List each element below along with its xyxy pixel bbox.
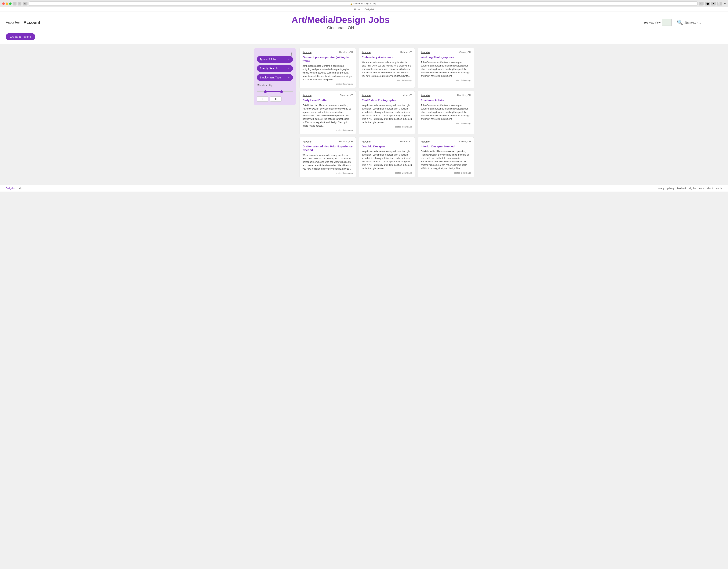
job-card: Favorite Cleves, OH Interior Designer Ne… — [418, 137, 474, 177]
footer-mobile-link[interactable]: mobile — [716, 187, 722, 190]
footer-help-link[interactable]: help — [18, 187, 22, 190]
favorite-link[interactable]: Favorite — [303, 51, 311, 54]
account-link[interactable]: Account — [24, 20, 40, 25]
sidebar-collapse-button[interactable]: ❮ — [290, 52, 293, 56]
range-max-input[interactable] — [270, 97, 282, 102]
range-thumb-right[interactable] — [280, 90, 283, 93]
chevron-down-icon-3: ▼ — [288, 76, 290, 79]
posted-date: posted 4 days ago — [362, 79, 412, 82]
job-card: Favorite Hebron, KY Graphic Designer No … — [359, 137, 415, 177]
footer-safety-link[interactable]: safety — [658, 187, 664, 190]
extensions-button[interactable]: ⬤ — [705, 2, 710, 5]
job-title[interactable]: Drafter Wanted - No Prior Experience Nee… — [303, 145, 353, 152]
main-container: ❮ Types of Jobs ▼ Specify Search ▼ Emplo… — [250, 44, 478, 181]
card-header: Favorite Union, KY — [362, 94, 412, 97]
footer-terms-link[interactable]: terms — [699, 187, 704, 190]
job-card: Favorite Florence, KY Early Level Drafte… — [300, 91, 356, 134]
fullscreen-traffic-light[interactable] — [9, 2, 12, 5]
address-bar[interactable]: 🔒 cincinnati.craigslist.org — [29, 2, 697, 6]
range-min-input[interactable] — [257, 97, 268, 102]
card-location: Hamilton, OH — [339, 51, 353, 54]
window-button[interactable]: ⊞ — [23, 2, 27, 5]
footer-craigslist-link[interactable]: Craigslist — [6, 187, 15, 190]
browser-chrome: ‹ › ⊞ 🔒 cincinnati.craigslist.org ↻ ⬤ ⬆ … — [0, 0, 728, 7]
job-card: Favorite Hamilton, OH Garment press oper… — [300, 48, 356, 88]
sidebar: ❮ Types of Jobs ▼ Specify Search ▼ Emplo… — [254, 48, 296, 105]
types-of-jobs-dropdown[interactable]: Types of Jobs ▼ — [257, 56, 293, 63]
favorite-link[interactable]: Favorite — [421, 94, 430, 97]
specify-search-dropdown[interactable]: Specify Search ▼ — [257, 65, 293, 72]
lock-icon: 🔒 — [350, 3, 352, 5]
job-title[interactable]: Graphic Designer — [362, 145, 412, 148]
map-thumbnail — [662, 19, 672, 26]
refresh-button[interactable]: ↻ — [699, 2, 704, 5]
browser-actions: ⬤ ⬆ ⬜ — [705, 2, 722, 5]
card-header: Favorite Hebron, KY — [362, 51, 412, 54]
search-input[interactable] — [684, 20, 722, 25]
site-header: Favorites Account Art/Media/Design Jobs … — [0, 12, 728, 44]
card-header: Favorite Hamilton, OH — [303, 51, 353, 54]
employment-type-dropdown[interactable]: Employment Type ▼ — [257, 74, 293, 81]
job-title[interactable]: Early Level Drafter — [303, 98, 353, 102]
job-card: Favorite Hamilton, OH Drafter Wanted - N… — [300, 137, 356, 177]
back-button[interactable]: ‹ — [13, 2, 16, 5]
range-slider[interactable] — [257, 89, 293, 95]
job-title[interactable]: Wedding Photographers — [421, 55, 471, 59]
page-title: Art/Media/Design Jobs — [40, 15, 641, 25]
create-posting-container: Create a Posting — [6, 31, 722, 40]
card-header: Favorite Hebron, KY — [362, 140, 412, 143]
url-text: cincinnati.craigslist.org — [353, 2, 376, 5]
share-button[interactable]: ⬆ — [711, 2, 716, 5]
job-title[interactable]: Garment press operator (willing to train… — [303, 55, 353, 63]
card-header: Favorite Hamilton, OH — [303, 140, 353, 143]
footer-feedback-link[interactable]: feedback — [677, 187, 686, 190]
footer-about-link[interactable]: about — [707, 187, 713, 190]
card-header: Favorite Cleves, OH — [421, 140, 471, 143]
posted-date: posted 3 days ago — [421, 172, 471, 174]
card-location: Florence, KY — [340, 94, 353, 97]
traffic-lights — [2, 2, 12, 5]
card-location: Union, KY — [402, 94, 412, 97]
favorite-link[interactable]: Favorite — [362, 94, 371, 97]
favorite-link[interactable]: Favorite — [303, 140, 311, 143]
posted-date: posted 8 days ago — [362, 126, 412, 128]
listings-grid: Favorite Hamilton, OH Garment press oper… — [300, 48, 474, 177]
job-description: No prior experience necessary will train… — [362, 150, 412, 170]
card-location: Cleves, OH — [459, 140, 471, 143]
range-thumb-left[interactable] — [264, 90, 267, 93]
site-footer: Craigslist help safety privacy feedback … — [0, 185, 728, 192]
posted-date: posted 1 days ago — [362, 172, 412, 174]
favorite-link[interactable]: Favorite — [362, 140, 371, 143]
forward-button[interactable]: › — [18, 2, 21, 5]
job-title[interactable]: Interior Designer Needed — [421, 145, 471, 148]
map-view-button[interactable]: See Map View — [641, 18, 674, 27]
favorites-link[interactable]: Favorites — [6, 20, 20, 24]
card-location: Hebron, KY — [400, 51, 412, 54]
favorite-link[interactable]: Favorite — [362, 51, 371, 54]
nav-home[interactable]: Home — [354, 8, 360, 11]
more-button[interactable]: ⬜ — [717, 2, 722, 5]
posted-date: posted 3 days ago — [303, 83, 353, 85]
minimize-traffic-light[interactable] — [6, 2, 8, 5]
job-description: Established in 1994 as a one-man operati… — [303, 104, 353, 128]
header-left: Favorites Account — [6, 20, 40, 25]
footer-privacy-link[interactable]: privacy — [667, 187, 674, 190]
favorite-link[interactable]: Favorite — [421, 51, 430, 54]
posted-date: posted 2 days ago — [421, 122, 471, 125]
card-location: Hebron, KY — [400, 140, 412, 143]
close-traffic-light[interactable] — [2, 2, 5, 5]
favorite-link[interactable]: Favorite — [421, 140, 430, 143]
add-tab-button[interactable]: + — [724, 2, 726, 6]
card-header: Favorite Florence, KY — [303, 94, 353, 97]
job-card: Favorite Hamilton, OH Freelance Artists … — [418, 91, 474, 134]
footer-right: safety privacy feedback cl jobs terms ab… — [658, 187, 722, 190]
posted-date: posted 3 days ago — [303, 129, 353, 131]
job-title[interactable]: Embroidery Assistance — [362, 55, 412, 59]
footer-cl-jobs-link[interactable]: cl jobs — [689, 187, 696, 190]
create-posting-button[interactable]: Create a Posting — [6, 33, 35, 40]
job-title[interactable]: Real Estate Photographer — [362, 98, 412, 102]
chevron-down-icon-2: ▼ — [288, 67, 290, 70]
favorite-link[interactable]: Favorite — [303, 94, 311, 97]
job-title[interactable]: Freelance Artists — [421, 98, 471, 102]
card-header: Favorite Hamilton, OH — [421, 94, 471, 97]
